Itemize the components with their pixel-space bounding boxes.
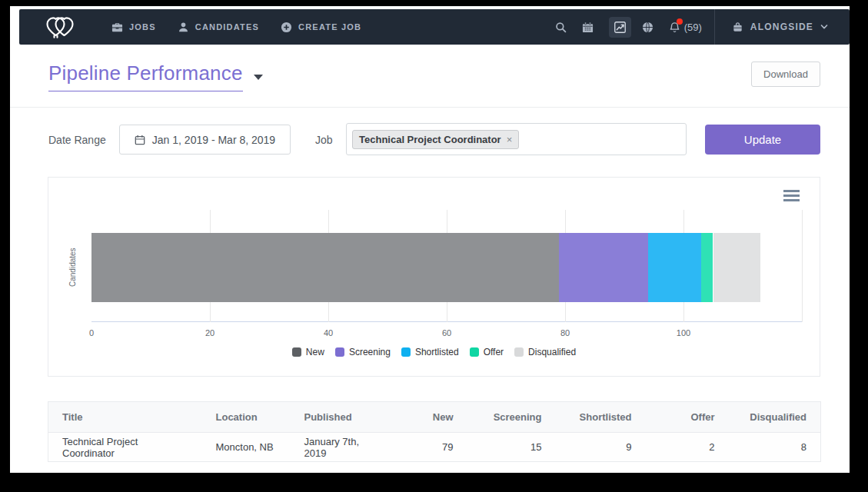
analytics-chart-icon (614, 22, 626, 33)
download-button[interactable]: Download (751, 62, 820, 87)
cell-disqualified: 8 (729, 433, 821, 462)
table-body: Technical Project CoordinatorMoncton, NB… (48, 433, 821, 462)
job-tag-label: Technical Project Coordinator (359, 134, 501, 145)
chart-context-menu-icon[interactable] (783, 190, 800, 204)
nav-jobs-label: JOBS (129, 22, 156, 32)
legend-swatch (292, 347, 301, 357)
x-tick-label: 100 (668, 328, 699, 337)
bar-segment-screening[interactable] (559, 233, 648, 302)
remove-tag-icon[interactable]: × (507, 135, 513, 145)
chart-card: Candidates 020406080100 NewScreeningShor… (48, 177, 820, 377)
bar-track (91, 233, 802, 302)
page-title: Pipeline Performance (48, 62, 243, 91)
person-icon (178, 22, 189, 33)
column-header-offer: Offer (646, 402, 729, 433)
column-header-screening: Screening (467, 402, 556, 433)
table-row[interactable]: Technical Project CoordinatorMoncton, NB… (48, 433, 821, 462)
legend-item-offer[interactable]: Offer (470, 347, 504, 357)
plus-circle-icon (281, 22, 292, 33)
account-name: ALONGSIDE (750, 22, 813, 32)
notification-badge (677, 18, 683, 25)
analytics-button[interactable] (609, 17, 631, 38)
column-header-title: Title (48, 402, 202, 433)
update-button[interactable]: Update (705, 125, 820, 155)
navbar-divider (714, 9, 715, 45)
hearts-logo-icon (44, 15, 78, 39)
column-header-published: Published (291, 402, 387, 433)
nav-jobs[interactable]: JOBS (111, 22, 156, 33)
legend-swatch (401, 347, 411, 357)
app-window: JOBS CANDIDATES CREATE JOB (59) (10, 6, 850, 473)
job-tag[interactable]: Technical Project Coordinator × (352, 130, 519, 149)
nav-create-job[interactable]: CREATE JOB (281, 22, 361, 33)
chevron-down-icon (820, 23, 828, 31)
column-header-location: Location (202, 402, 291, 433)
job-label: Job (315, 125, 333, 155)
legend-swatch (470, 347, 479, 357)
legend-item-shortlisted[interactable]: Shortlisted (401, 347, 459, 357)
bar-segment-disqualified[interactable] (713, 233, 761, 302)
calendar-button[interactable] (582, 22, 594, 33)
globe-icon (642, 22, 653, 33)
calendar-small-icon (135, 135, 145, 145)
cell-title: Technical Project Coordinator (48, 433, 202, 462)
legend-item-screening[interactable]: Screening (335, 347, 391, 357)
briefcase-icon (111, 22, 123, 33)
table-header-row: TitleLocationPublishedNewScreeningShortl… (48, 402, 821, 433)
chart-legend: NewScreeningShortlistedOfferDisqualified (48, 347, 820, 357)
date-range-label: Date Range (48, 125, 106, 155)
header-divider (10, 107, 850, 108)
x-tick-label: 40 (313, 328, 344, 337)
bar-segment-new[interactable] (91, 233, 559, 302)
column-header-shortlisted: Shortlisted (556, 402, 646, 433)
pipeline-table: TitleLocationPublishedNewScreeningShortl… (48, 401, 821, 462)
organization-icon (732, 22, 743, 33)
legend-label: New (306, 347, 324, 357)
x-tick-label: 0 (76, 328, 107, 337)
notification-count: (59) (684, 22, 702, 33)
nav-candidates[interactable]: CANDIDATES (178, 22, 259, 33)
cell-new: 79 (387, 433, 467, 462)
desktop-background: { "navbar": { "brand": "Alongside", "men… (0, 0, 868, 492)
cell-shortlisted: 9 (556, 433, 646, 462)
legend-item-disqualified[interactable]: Disqualified (514, 347, 576, 357)
legend-label: Shortlisted (415, 347, 459, 357)
cell-location: Moncton, NB (202, 433, 291, 462)
account-menu[interactable]: ALONGSIDE (732, 22, 828, 33)
legend-label: Offer (484, 347, 504, 357)
nav-create-job-label: CREATE JOB (298, 22, 361, 32)
calendar-icon (582, 22, 594, 33)
x-tick-label: 60 (431, 328, 462, 337)
alongside-logo[interactable] (44, 15, 78, 39)
globe-button[interactable] (642, 22, 653, 33)
legend-swatch (514, 347, 524, 357)
job-select-input[interactable]: Technical Project Coordinator × (346, 123, 687, 155)
legend-item-new[interactable]: New (292, 347, 324, 357)
notifications-button[interactable]: (59) (669, 22, 702, 33)
title-caret-icon (254, 75, 263, 80)
cell-published: January 7th, 2019 (291, 433, 387, 462)
bar-segment-shortlisted[interactable] (648, 233, 701, 302)
date-range-input[interactable]: Jan 1, 2019 - Mar 8, 2019 (119, 125, 291, 155)
top-navbar: JOBS CANDIDATES CREATE JOB (59) (19, 9, 850, 45)
column-header-disqualified: Disqualified (729, 402, 821, 433)
bell-wrap (669, 22, 680, 33)
report-selector[interactable]: Pipeline Performance (48, 62, 263, 91)
legend-swatch (335, 347, 344, 357)
x-tick-label: 80 (550, 328, 580, 337)
gridline (802, 210, 803, 322)
bar-segment-offer[interactable] (701, 233, 713, 302)
search-button[interactable] (555, 22, 567, 33)
y-axis-title: Candidates (68, 233, 77, 302)
cell-screening: 15 (467, 433, 556, 462)
legend-label: Disqualified (528, 347, 576, 357)
stacked-bar-chart (91, 210, 802, 322)
search-icon (555, 22, 567, 33)
date-range-value: Jan 1, 2019 - Mar 8, 2019 (152, 134, 275, 146)
column-header-new: New (387, 402, 467, 433)
x-tick-label: 20 (195, 328, 225, 337)
legend-label: Screening (349, 347, 391, 357)
cell-offer: 2 (646, 433, 729, 462)
nav-candidates-label: CANDIDATES (195, 22, 259, 32)
